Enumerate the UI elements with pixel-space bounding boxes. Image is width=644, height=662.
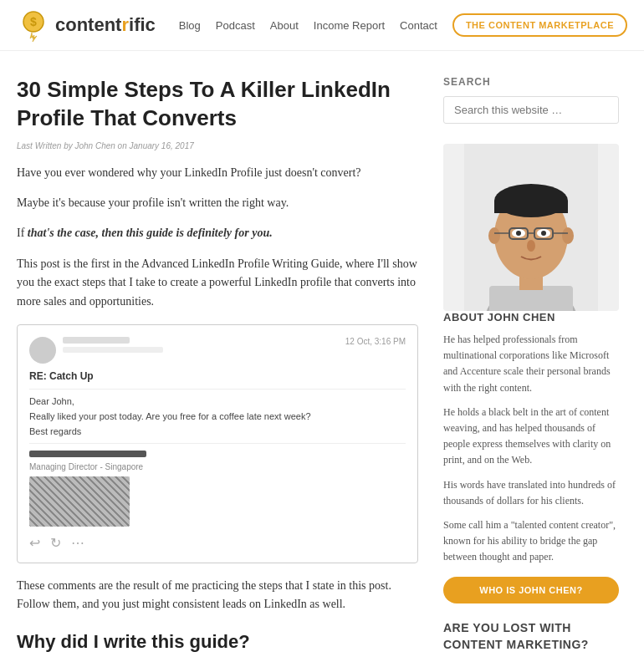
article-h2-why: Why did I write this guide? <box>17 631 418 653</box>
nav-contact[interactable]: Contact <box>400 19 437 32</box>
search-title: SEARCH <box>443 76 619 88</box>
share-icon: ↻ <box>50 535 61 551</box>
svg-point-21 <box>527 240 535 252</box>
svg-marker-2 <box>30 33 37 42</box>
sender-email <box>63 347 163 353</box>
nav-podcast[interactable]: Podcast <box>216 19 255 32</box>
page-body: 30 Simple Steps To A Killer LinkedIn Pro… <box>0 51 644 662</box>
sidebar: SEARCH <box>443 76 619 662</box>
article-p5: These comments are the result of me prac… <box>17 577 418 614</box>
about-p1: He has helped professionals from multina… <box>443 332 619 396</box>
nav-cta-button[interactable]: THE CONTENT MARKETPLACE <box>452 13 627 37</box>
article-title: 30 Simple Steps To A Killer LinkedIn Pro… <box>17 76 418 133</box>
about-p2: He holds a black belt in the art of cont… <box>443 405 619 469</box>
sig-title: Managing Director - Singapore <box>29 462 406 471</box>
search-input[interactable] <box>443 96 619 124</box>
email-sig-block: Managing Director - Singapore <box>29 443 406 527</box>
article-p2: Maybe it's because your profile isn't wr… <box>17 194 418 212</box>
site-header: $ contentrific Blog Podcast About Income… <box>0 0 644 51</box>
reply-icon: ↩ <box>29 535 40 551</box>
who-is-john-button[interactable]: WHO IS JOHN CHEN? <box>443 577 619 603</box>
article-p3-pre: If <box>17 227 28 239</box>
sig-image <box>29 476 130 527</box>
more-icon: ⋯ <box>71 535 84 551</box>
nav-about[interactable]: About <box>270 19 299 32</box>
svg-rect-9 <box>494 201 568 213</box>
are-you-title: ARE YOU LOST WITH CONTENT MARKETING? <box>443 620 619 653</box>
nav-blog[interactable]: Blog <box>179 19 201 32</box>
logo-text: contentrific <box>55 14 156 36</box>
logo-icon: $ <box>17 8 50 42</box>
article-meta: Last Written by John Chen on January 16,… <box>17 141 418 150</box>
svg-point-10 <box>488 227 500 244</box>
sender-avatar <box>29 337 56 364</box>
logo[interactable]: $ contentrific <box>17 8 156 42</box>
email-subject: RE: Catch Up <box>29 370 406 382</box>
email-divider <box>29 389 406 390</box>
email-greeting: Dear John, <box>29 396 406 406</box>
article-p3: If that's the case, then this guide is d… <box>17 224 418 242</box>
main-content: 30 Simple Steps To A Killer LinkedIn Pro… <box>17 76 418 662</box>
sender-info <box>63 337 339 353</box>
svg-point-15 <box>541 231 546 236</box>
about-p3: His words have translated into hundreds … <box>443 477 619 509</box>
article-p4: This post is the first in the Advanced L… <box>17 255 418 311</box>
sig-name-bar <box>29 451 146 457</box>
email-header: 12 Oct, 3:16 PM <box>29 337 406 364</box>
article-p3-italic: that's the case, then this guide is defi… <box>28 227 273 239</box>
about-title: ABOUT JOHN CHEN <box>443 311 619 323</box>
svg-point-11 <box>562 227 574 244</box>
svg-text:$: $ <box>30 15 37 28</box>
author-photo <box>443 144 619 311</box>
article-p1: Have you ever wondered why your LinkedIn… <box>17 164 418 182</box>
about-p4: Some call him a "talented content creato… <box>443 517 619 566</box>
email-sign: Best regards <box>29 426 406 436</box>
email-body-text: Really liked your post today. Are you fr… <box>29 411 406 421</box>
sender-name <box>63 337 130 344</box>
email-screenshot: 12 Oct, 3:16 PM RE: Catch Up Dear John, … <box>17 324 418 563</box>
article-body: Have you ever wondered why your LinkedIn… <box>17 164 418 662</box>
nav-income-report[interactable]: Income Report <box>314 19 385 32</box>
main-nav: Blog Podcast About Income Report Contact… <box>179 13 627 37</box>
svg-point-14 <box>516 231 521 236</box>
author-face-svg <box>464 144 598 311</box>
email-date: 12 Oct, 3:16 PM <box>345 337 406 346</box>
email-actions: ↩ ↻ ⋯ <box>29 535 406 551</box>
